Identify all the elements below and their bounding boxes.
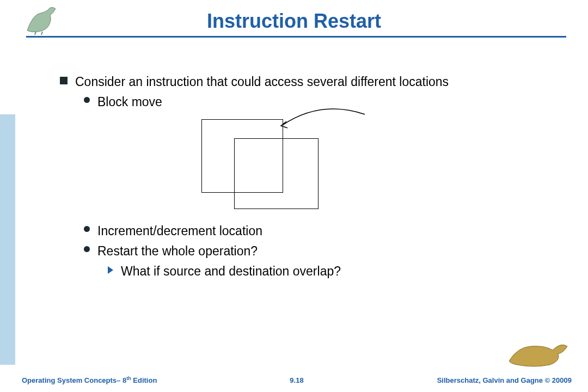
dot-bullet-icon (84, 226, 90, 232)
footer-left-text-a: Operating System Concepts– 8 (22, 376, 126, 384)
footer-left-sup: th (126, 376, 131, 381)
slide-title: Instruction Restart (0, 10, 588, 33)
bullet-text: Block move (97, 94, 162, 111)
square-bullet-icon (60, 77, 68, 84)
footer-right: Silberschatz, Galvin and Gagne © 20009 (437, 376, 572, 384)
overlap-diagram (158, 114, 555, 212)
diagram-box-dest (234, 138, 318, 209)
arrow-icon (278, 106, 387, 139)
chevron-bullet-icon (108, 266, 113, 274)
bullet-level3: What if source and destination overlap? (108, 263, 555, 280)
bullet-text: Consider an instruction that could acces… (75, 74, 449, 90)
title-underline (26, 36, 566, 38)
footer-page-number: 9.18 (290, 376, 303, 384)
bullet-level1: Consider an instruction that could acces… (60, 74, 555, 90)
bullet-text: Restart the whole operation? (97, 243, 258, 260)
bullet-level2: Increment/decrement location (84, 223, 555, 240)
dot-bullet-icon (84, 97, 90, 103)
dot-bullet-icon (84, 246, 90, 252)
footer-left: Operating System Concepts– 8th Edition (22, 376, 157, 384)
slide-body: Consider an instruction that could acces… (60, 74, 555, 283)
slide-footer: Operating System Concepts– 8th Edition 9… (22, 376, 572, 384)
bullet-level2: Restart the whole operation? (84, 243, 555, 260)
sidebar-stripe-bottom (0, 114, 15, 365)
footer-left-text-b: Edition (131, 376, 157, 384)
dinosaur-icon (506, 336, 572, 369)
bullet-text: Increment/decrement location (97, 223, 262, 240)
bullet-text: What if source and destination overlap? (121, 263, 341, 280)
